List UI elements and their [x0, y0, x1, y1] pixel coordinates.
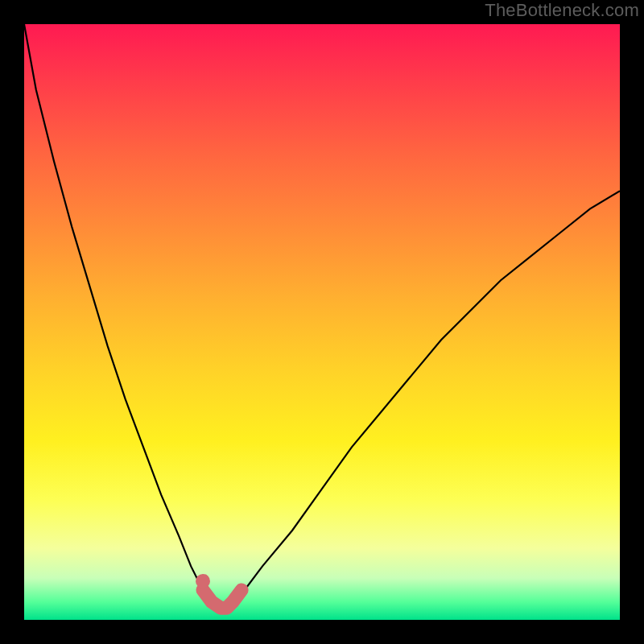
curve-svg — [24, 24, 620, 620]
chart-frame: TheBottleneck.com — [0, 0, 644, 644]
optimal-zone-segment — [203, 590, 242, 608]
watermark-text: TheBottleneck.com — [485, 0, 639, 21]
optimal-zone-dot — [196, 574, 210, 588]
plot-area — [24, 24, 620, 620]
bottleneck-curve — [24, 24, 620, 608]
